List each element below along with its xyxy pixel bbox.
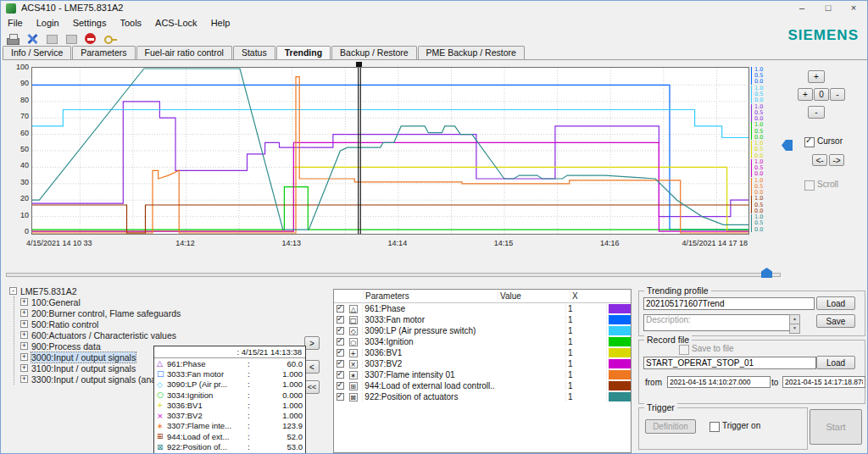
tree-expander-icon[interactable]: + (20, 331, 28, 339)
table-row[interactable]: □3033:Fan motor1 (334, 314, 631, 325)
row-visible-checkbox[interactable] (337, 393, 344, 401)
legend-marker-icon: □ (157, 369, 167, 378)
tab-parameters[interactable]: Parameters (72, 46, 135, 59)
y-axis-label: 100 (16, 63, 29, 71)
horizontal-scroll-handle[interactable] (761, 268, 772, 278)
tree-expander-icon[interactable]: - (9, 287, 17, 295)
scroll-checkbox[interactable] (804, 180, 815, 191)
trigger-on-checkbox[interactable] (709, 422, 720, 432)
profile-save-button[interactable]: Save (816, 314, 855, 328)
tab-fuel-air-ratio-control[interactable]: Fuel-air ratio control (136, 46, 232, 59)
table-row[interactable]: ×3037:BV21 (334, 358, 631, 369)
tab-backup-restore[interactable]: Backup / Restore (331, 46, 417, 59)
table-row[interactable]: ∗3307:Flame intensity 011 (334, 369, 631, 380)
row-visible-checkbox[interactable] (337, 349, 344, 357)
row-color-swatch (609, 348, 631, 357)
cursor-drag-handle[interactable] (356, 62, 362, 67)
tab-pme-backup-restore[interactable]: PME Backup / Restore (418, 46, 525, 59)
horizontal-scroll-track[interactable] (6, 273, 781, 277)
menu-item-help[interactable]: Help (204, 17, 237, 30)
row-x-value: 1 (565, 315, 606, 324)
zoom-vertical-out-button[interactable]: - (808, 106, 825, 119)
row-visible-checkbox[interactable] (337, 305, 344, 313)
legend-parameter-name: 944:Load of ext... (167, 432, 248, 441)
description-textarea[interactable] (643, 314, 791, 331)
add-parameter-button[interactable]: > (304, 336, 320, 350)
tab-trending[interactable]: Trending (276, 46, 331, 59)
trend-chart-plot[interactable] (31, 67, 749, 235)
zoom-horizontal-in-button[interactable]: + (798, 88, 813, 101)
record-file-input[interactable] (643, 357, 816, 369)
key-icon[interactable] (103, 31, 119, 47)
row-visible-checkbox[interactable] (337, 338, 344, 346)
trigger-definition-button[interactable]: Definition (645, 419, 696, 434)
tree-item-label: 900:Process data (31, 341, 101, 352)
remove-parameter-button[interactable]: < (304, 360, 320, 374)
tree-item-100[interactable]: +100:General (20, 296, 302, 307)
maximize-button[interactable]: □ (815, 1, 841, 16)
tree-root[interactable]: -LME75.831A2 (9, 285, 302, 296)
tree-expander-icon[interactable]: + (20, 309, 28, 317)
menu-item-login[interactable]: Login (30, 17, 66, 30)
save-to-file-checkbox[interactable] (679, 345, 689, 355)
download-icon[interactable] (64, 31, 80, 47)
row-parameter-name: 3036:BV1 (362, 348, 494, 357)
right-axis-4: 1.00.50.0 (751, 122, 778, 140)
cursor-step-right-button[interactable]: -> (829, 154, 844, 166)
table-row[interactable]: +3036:BV11 (334, 347, 631, 358)
table-row[interactable]: ⊠922:Position of actuators1 (334, 391, 631, 402)
menu-item-tools[interactable]: Tools (113, 17, 148, 30)
zoom-reset-button[interactable]: 0 (814, 88, 829, 101)
profile-load-button[interactable]: Load (816, 296, 855, 310)
table-row[interactable]: △961:Phase1 (334, 303, 631, 314)
scroll-down-icon[interactable]: ▼ (789, 324, 800, 334)
disconnect-icon[interactable] (83, 31, 99, 47)
tree-item-600[interactable]: +600:Actuators / Characteristic values (20, 329, 302, 340)
tree-expander-icon[interactable]: + (20, 364, 28, 372)
row-visible-checkbox[interactable] (337, 327, 344, 335)
right-axis-9: 1.00.50.0 (751, 214, 778, 232)
legend-row: △961:Phase:60.0 (154, 358, 305, 368)
tree-item-500[interactable]: +500:Ratio control (20, 318, 302, 329)
tree-item-200[interactable]: +200:Burner control, Flame safeguards (20, 307, 302, 318)
menu-item-settings[interactable]: Settings (66, 17, 114, 30)
row-marker-icon: ⊠ (349, 393, 358, 401)
zoom-vertical-in-button[interactable]: + (808, 70, 825, 83)
tab-status[interactable]: Status (233, 46, 275, 59)
start-button[interactable]: Start (810, 409, 862, 445)
tree-expander-icon[interactable]: + (20, 353, 28, 361)
close-button[interactable]: × (841, 1, 866, 16)
x-axis-tick-label: 14:16 (600, 239, 620, 247)
row-x-value: 1 (565, 337, 606, 346)
legend-parameter-name: 922:Position of... (167, 442, 248, 451)
tree-expander-icon[interactable]: + (20, 298, 28, 306)
menu-item-acs-lock[interactable]: ACS-Lock (148, 17, 204, 30)
minimize-button[interactable]: – (789, 1, 815, 16)
row-visible-checkbox[interactable] (337, 371, 344, 379)
to-datetime-input[interactable] (782, 376, 865, 388)
upload-icon[interactable] (44, 31, 60, 47)
remove-all-parameters-button[interactable]: << (304, 380, 320, 394)
table-row[interactable]: ⊞944:Load of external load controll...1 (334, 380, 631, 391)
row-color-swatch (609, 370, 631, 379)
tree-expander-icon[interactable]: + (20, 342, 28, 350)
row-color-swatch (609, 392, 631, 401)
row-visible-checkbox[interactable] (337, 316, 344, 324)
right-axis-6: 1.00.50.0 (751, 159, 778, 177)
cursor-checkbox[interactable] (804, 137, 815, 147)
cursor-slider-handle[interactable] (782, 140, 793, 151)
cursor-step-left-button[interactable]: <- (812, 154, 827, 166)
tree-expander-icon[interactable]: + (20, 375, 28, 383)
table-row[interactable]: ○3034:Ignition1 (334, 336, 631, 347)
row-visible-checkbox[interactable] (337, 360, 344, 368)
from-datetime-input[interactable] (667, 376, 771, 388)
row-visible-checkbox[interactable] (337, 382, 344, 390)
record-load-button[interactable]: Load (816, 356, 855, 369)
zoom-horizontal-out-button[interactable]: - (830, 88, 845, 101)
tab-strip: Info / ServiceParametersFuel-air ratio c… (3, 46, 867, 60)
tree-expander-icon[interactable]: + (20, 320, 28, 328)
profile-name-input[interactable] (643, 297, 815, 310)
table-row[interactable]: ◇3090:LP (Air pressure switch)1 (334, 325, 631, 336)
row-parameter-name: 922:Position of actuators (362, 392, 494, 401)
row-x-value: 1 (565, 326, 606, 335)
